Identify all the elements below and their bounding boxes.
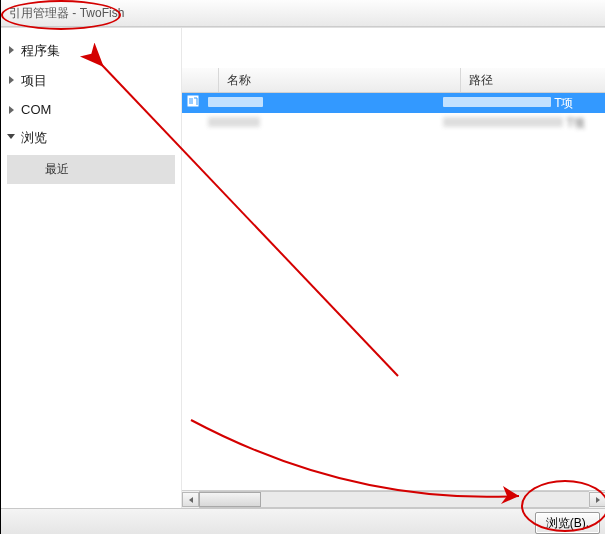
scroll-track[interactable] [199, 491, 589, 508]
list-header: 名称 路径 [182, 68, 605, 93]
list-row[interactable]: T项 [182, 93, 605, 113]
sidebar-item-assemblies[interactable]: 程序集 [1, 36, 181, 66]
column-name-label: 名称 [227, 73, 251, 87]
sidebar-item-browse[interactable]: 浏览 [1, 123, 181, 153]
sidebar-item-com[interactable]: COM [1, 96, 181, 123]
row-path: T项 [439, 113, 605, 133]
title-bar: 引用管理器 - TwoFish [1, 0, 605, 27]
reference-list-pane: 名称 路径 T项 [181, 28, 605, 508]
chevron-left-icon [189, 497, 193, 503]
row-name [204, 93, 439, 113]
column-check[interactable] [182, 68, 219, 92]
dialog-footer: 浏览(B). [1, 508, 605, 534]
scroll-right-button[interactable] [589, 492, 605, 507]
content-area: 程序集 项目 COM 浏览 最近 名称 [1, 27, 605, 508]
row-name [204, 113, 439, 133]
column-path-label: 路径 [469, 73, 493, 87]
row-path-suffix: T项 [566, 116, 585, 130]
column-path[interactable]: 路径 [461, 68, 605, 92]
horizontal-scrollbar[interactable] [182, 490, 605, 508]
column-name[interactable]: 名称 [219, 68, 461, 92]
category-sidebar: 程序集 项目 COM 浏览 最近 [1, 28, 181, 508]
scroll-thumb[interactable] [199, 492, 261, 507]
reference-manager-window: 引用管理器 - TwoFish 程序集 项目 COM 浏览 最近 [0, 0, 605, 534]
chevron-right-icon [596, 497, 600, 503]
row-path-suffix: T项 [554, 96, 573, 110]
sidebar-item-label: 程序集 [21, 43, 60, 58]
row-check[interactable] [182, 113, 204, 133]
browse-button-label: 浏览(B). [546, 516, 589, 530]
window-title: 引用管理器 - TwoFish [9, 6, 124, 20]
browse-button[interactable]: 浏览(B). [535, 512, 600, 534]
sidebar-item-label: 项目 [21, 73, 47, 88]
sidebar-item-projects[interactable]: 项目 [1, 66, 181, 96]
sidebar-item-label: 浏览 [21, 130, 47, 145]
scroll-left-button[interactable] [182, 492, 199, 507]
sidebar-item-label: 最近 [45, 162, 69, 176]
list-body: T项 T项 [182, 93, 605, 490]
sidebar-item-label: COM [21, 102, 51, 117]
list-row[interactable]: T项 [182, 113, 605, 133]
sidebar-subitem-recent[interactable]: 最近 [7, 155, 175, 184]
row-check-icon[interactable] [182, 93, 204, 113]
row-path: T项 [439, 93, 605, 113]
